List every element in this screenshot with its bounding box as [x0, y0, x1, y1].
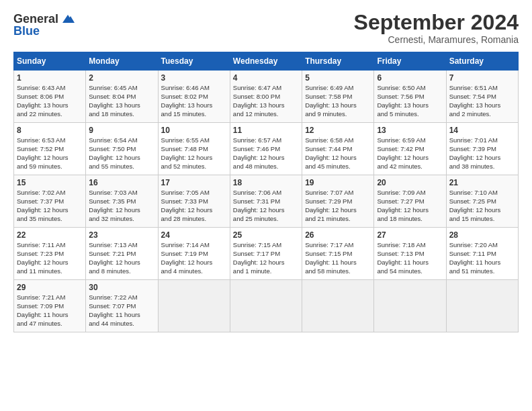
cell-content: Sunrise: 7:15 AMSunset: 7:17 PMDaylight:… — [233, 241, 299, 275]
day-number: 24 — [161, 230, 227, 240]
cell-content: Sunrise: 6:45 AMSunset: 8:04 PMDaylight:… — [89, 84, 154, 118]
cell-line: and 58 minutes. — [305, 267, 351, 275]
cell-line: Sunrise: 7:05 AM — [161, 189, 210, 196]
cell-line: Sunrise: 6:45 AM — [89, 84, 137, 91]
day-number: 22 — [17, 230, 83, 240]
calendar-cell: 19Sunrise: 7:07 AMSunset: 7:29 PMDayligh… — [302, 175, 374, 228]
calendar-cell: 20Sunrise: 7:09 AMSunset: 7:27 PMDayligh… — [374, 175, 446, 228]
day-number: 18 — [233, 178, 299, 187]
cell-content: Sunrise: 7:03 AMSunset: 7:35 PMDaylight:… — [89, 189, 154, 223]
calendar-cell: 14Sunrise: 7:01 AMSunset: 7:39 PMDayligh… — [446, 123, 518, 175]
cell-line: and 44 minutes. — [89, 320, 134, 327]
page: General Blue September 2024 Cernesti, Ma… — [0, 0, 532, 339]
cell-line: Sunrise: 7:17 AM — [305, 241, 353, 248]
subtitle: Cernesti, Maramures, Romania — [354, 34, 519, 45]
col-tuesday: Tuesday — [158, 52, 230, 71]
day-number: 23 — [89, 230, 154, 240]
col-sunday: Sunday — [14, 52, 86, 71]
cell-line: and 35 minutes. — [17, 215, 62, 222]
calendar-week-3: 15Sunrise: 7:02 AMSunset: 7:37 PMDayligh… — [14, 175, 519, 228]
calendar-week-1: 1Sunrise: 6:43 AMSunset: 8:06 PMDaylight… — [14, 71, 519, 123]
header-row: Sunday Monday Tuesday Wednesday Thursday… — [14, 52, 519, 71]
day-number: 28 — [449, 230, 515, 240]
day-number: 13 — [377, 126, 443, 135]
cell-line: and 47 minutes. — [17, 320, 62, 327]
cell-line: and 12 minutes. — [233, 110, 279, 118]
cell-line: Daylight: 13 hours — [377, 101, 429, 109]
cell-line: and 51 minutes. — [449, 267, 495, 275]
cell-line: Sunrise: 6:49 AM — [305, 84, 353, 91]
day-number: 10 — [161, 126, 227, 135]
cell-line: and 1 minute. — [233, 267, 272, 275]
month-title: September 2024 — [354, 11, 519, 34]
calendar-cell — [374, 280, 446, 332]
cell-line: Sunrise: 6:57 AM — [233, 136, 281, 144]
cell-line: Daylight: 12 hours — [233, 154, 285, 161]
cell-line: Sunrise: 7:18 AM — [377, 241, 425, 248]
cell-line: Sunrise: 7:03 AM — [89, 189, 137, 196]
cell-line: and 32 minutes. — [89, 215, 134, 222]
cell-line: Sunset: 7:56 PM — [377, 93, 424, 100]
calendar-week-5: 29Sunrise: 7:21 AMSunset: 7:09 PMDayligh… — [14, 280, 519, 332]
cell-line: Daylight: 11 hours — [377, 259, 429, 266]
cell-line: Daylight: 12 hours — [161, 154, 213, 161]
cell-line: and 18 minutes. — [377, 215, 423, 222]
calendar-cell: 22Sunrise: 7:11 AMSunset: 7:23 PMDayligh… — [14, 228, 86, 280]
cell-line: Sunset: 7:11 PM — [449, 250, 496, 257]
cell-line: Sunset: 8:02 PM — [161, 93, 208, 100]
day-number: 26 — [305, 230, 371, 240]
cell-line: Daylight: 12 hours — [377, 154, 429, 161]
calendar-cell: 21Sunrise: 7:10 AMSunset: 7:25 PMDayligh… — [446, 175, 518, 228]
calendar-cell: 9Sunrise: 6:54 AMSunset: 7:50 PMDaylight… — [86, 123, 158, 175]
calendar-cell: 7Sunrise: 6:51 AMSunset: 7:54 PMDaylight… — [446, 71, 518, 123]
cell-line: Daylight: 12 hours — [305, 206, 357, 214]
cell-line: Sunrise: 7:14 AM — [161, 241, 210, 248]
cell-line: Sunset: 7:09 PM — [17, 302, 64, 310]
day-number: 1 — [17, 73, 83, 83]
calendar-table: Sunday Monday Tuesday Wednesday Thursday… — [13, 52, 519, 332]
cell-content: Sunrise: 6:54 AMSunset: 7:50 PMDaylight:… — [89, 136, 154, 171]
cell-content: Sunrise: 7:13 AMSunset: 7:21 PMDaylight:… — [89, 241, 154, 275]
day-number: 7 — [449, 73, 515, 83]
day-number: 15 — [17, 178, 83, 187]
cell-line: Daylight: 12 hours — [161, 259, 213, 266]
cell-line: Sunset: 7:31 PM — [233, 197, 280, 205]
cell-line: Sunset: 7:44 PM — [305, 145, 352, 152]
cell-line: Sunset: 7:07 PM — [89, 302, 136, 310]
cell-line: and 25 minutes. — [233, 215, 279, 222]
cell-line: Daylight: 13 hours — [233, 101, 285, 109]
cell-line: Sunset: 7:17 PM — [233, 250, 280, 257]
cell-line: Sunrise: 7:09 AM — [377, 189, 425, 196]
cell-line: and 9 minutes. — [305, 110, 347, 118]
cell-content: Sunrise: 6:57 AMSunset: 7:46 PMDaylight:… — [233, 136, 299, 171]
cell-line: Sunset: 7:15 PM — [305, 250, 352, 257]
cell-line: and 2 minutes. — [449, 110, 491, 118]
cell-content: Sunrise: 7:18 AMSunset: 7:13 PMDaylight:… — [377, 241, 443, 275]
cell-line: and 15 minutes. — [161, 110, 207, 118]
cell-line: Daylight: 12 hours — [161, 206, 213, 214]
calendar-cell: 17Sunrise: 7:05 AMSunset: 7:33 PMDayligh… — [158, 175, 230, 228]
cell-line: Sunset: 8:06 PM — [17, 93, 64, 100]
cell-line: and 42 minutes. — [377, 163, 423, 170]
cell-content: Sunrise: 6:46 AMSunset: 8:02 PMDaylight:… — [161, 84, 227, 118]
logo: General Blue — [13, 11, 76, 38]
col-wednesday: Wednesday — [230, 52, 302, 71]
cell-content: Sunrise: 7:20 AMSunset: 7:11 PMDaylight:… — [449, 241, 515, 275]
cell-line: Sunset: 7:29 PM — [305, 197, 352, 205]
cell-line: Daylight: 13 hours — [17, 101, 69, 109]
cell-line: Daylight: 11 hours — [449, 259, 501, 266]
col-monday: Monday — [86, 52, 158, 71]
day-number: 20 — [377, 178, 443, 187]
cell-line: Sunset: 7:27 PM — [377, 197, 424, 205]
cell-line: Sunset: 7:52 PM — [17, 145, 64, 152]
cell-content: Sunrise: 6:53 AMSunset: 7:52 PMDaylight:… — [17, 136, 83, 171]
cell-line: Sunset: 7:35 PM — [89, 197, 136, 205]
day-number: 30 — [89, 283, 154, 292]
cell-content: Sunrise: 6:47 AMSunset: 8:00 PMDaylight:… — [233, 84, 299, 118]
cell-line: Sunset: 8:04 PM — [89, 93, 136, 100]
cell-line: Sunrise: 7:21 AM — [17, 293, 65, 301]
calendar-cell — [302, 280, 374, 332]
cell-line: Sunrise: 6:46 AM — [161, 84, 210, 91]
cell-line: Sunrise: 6:51 AM — [449, 84, 498, 91]
header: General Blue September 2024 Cernesti, Ma… — [13, 11, 519, 45]
